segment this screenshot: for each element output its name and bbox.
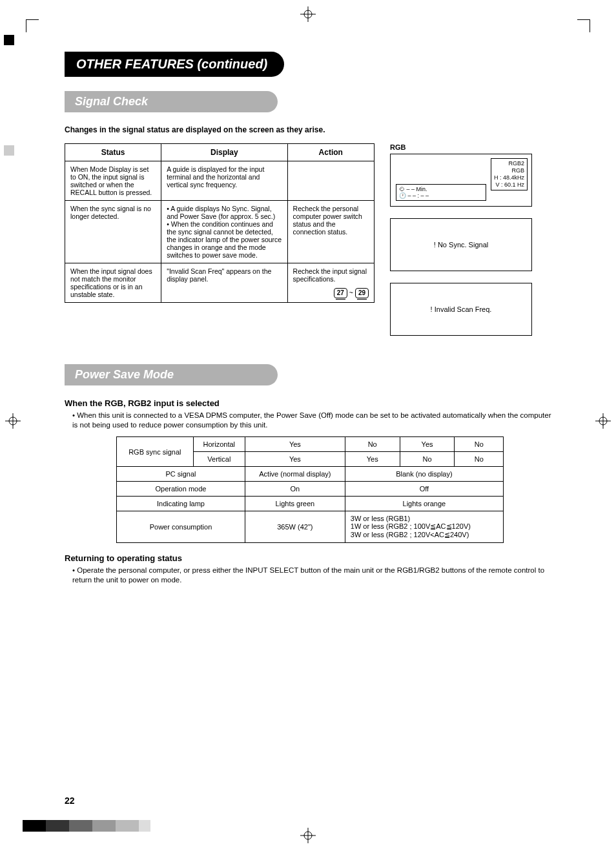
cell-line: 1W or less (RGB2 ; 100V≦AC≦120V) <box>351 522 498 531</box>
osd-line: V : 60.1 Hz <box>494 181 524 189</box>
osd-box-invalid-freq: ! Invalid Scan Freq. <box>390 283 532 336</box>
cell: PC signal <box>117 467 245 482</box>
tilde: ~ <box>349 289 353 296</box>
cell: Active (normal display) <box>245 467 345 482</box>
cell: Yes <box>245 452 345 467</box>
table-row: When the input signal does not match the… <box>65 263 375 303</box>
action-text: Recheck the input signal specifications. <box>293 267 367 283</box>
table-row: PC signal Active (normal display) Blank … <box>117 467 504 482</box>
table-row: Power consumption 365W (42") 3W or less … <box>117 511 504 543</box>
cell: Operation mode <box>117 482 245 497</box>
cell: Yes <box>345 452 400 467</box>
registration-mark-bottom <box>300 828 316 845</box>
cell: Horizontal <box>193 437 245 452</box>
registration-mark-top <box>300 6 316 23</box>
cell: Yes <box>400 437 455 452</box>
cell: Vertical <box>193 452 245 467</box>
cell-line: 3W or less (RGB2 ; 120V<AC≦240V) <box>351 531 498 539</box>
osd-clock-line: ⏲ – – Min. <box>399 186 483 192</box>
cell: 365W (42") <box>245 511 345 543</box>
osd-clock-box: ⏲ – – Min. 🕐 – – : – – <box>396 184 486 201</box>
osd-line: RGB <box>494 167 524 174</box>
th-display: Display <box>161 144 287 161</box>
th-action: Action <box>287 144 374 161</box>
osd-clock-line: 🕐 – – : – – <box>399 192 483 199</box>
color-control-strip <box>23 820 150 832</box>
cell: 3W or less (RGB1) 1W or less (RGB2 ; 100… <box>345 511 503 543</box>
cell: Off <box>345 482 503 497</box>
cell: Indicating lamp <box>117 497 245 511</box>
power-save-table: RGB sync signal Horizontal Yes No Yes No… <box>116 436 504 543</box>
osd-line: RGB2 <box>494 160 524 167</box>
osd-message: ! Invalid Scan Freq. <box>431 305 492 313</box>
cell: RGB sync signal <box>117 437 194 467</box>
cell-line: 3W or less (RGB1) <box>351 515 498 522</box>
trim-gray-square <box>4 145 14 156</box>
registration-mark-right <box>595 413 611 430</box>
osd-box-no-sync: ! No Sync. Signal <box>390 218 532 271</box>
cell: No <box>400 452 455 467</box>
signal-check-lead: Changes in the signal status are display… <box>65 125 555 134</box>
section-heading-signal-check: Signal Check <box>65 91 278 112</box>
signal-check-table: Status Display Action When Mode Display … <box>65 143 375 303</box>
crop-mark-top-left <box>26 19 39 32</box>
subsection-heading-returning: Returning to operating status <box>65 553 555 563</box>
page-ref: 29 <box>355 288 369 298</box>
osd-message: ! No Sync. Signal <box>434 241 488 249</box>
cell-display: "Invalid Scan Freq" appears on the displ… <box>161 263 287 303</box>
th-status: Status <box>65 144 161 161</box>
table-row: When Mode Display is set to ON, the inpu… <box>65 161 375 201</box>
osd-examples: RGB RGB2 RGB H : 48.4kHz V : 60.1 Hz ⏲ –… <box>390 143 539 347</box>
osd-label: RGB <box>390 143 539 151</box>
subsection-text: • Operate the personal computer, or pres… <box>72 566 555 585</box>
osd-box-signal-info: RGB2 RGB H : 48.4kHz V : 60.1 Hz ⏲ – – M… <box>390 154 532 207</box>
osd-info-tag: RGB2 RGB H : 48.4kHz V : 60.1 Hz <box>491 158 528 190</box>
cell-action: Recheck the input signal specifications.… <box>287 263 374 303</box>
trim-black-square <box>4 35 14 45</box>
cell-status: When the sync signal is no longer detect… <box>65 201 161 263</box>
subsection-heading-rgb-input: When the RGB, RGB2 input is selected <box>65 398 555 408</box>
cell: No <box>455 452 504 467</box>
cell: No <box>455 437 504 452</box>
table-row: Operation mode On Off <box>117 482 504 497</box>
cell: Lights orange <box>345 497 503 511</box>
section-heading-power-save: Power Save Mode <box>65 364 278 385</box>
cell: On <box>245 482 345 497</box>
page-ref: 27 <box>334 288 347 298</box>
table-row: RGB sync signal Horizontal Yes No Yes No <box>117 437 504 452</box>
cell: Power consumption <box>117 511 245 543</box>
cell-status: When Mode Display is set to ON, the inpu… <box>65 161 161 201</box>
cell-display: • A guide displays No Sync. Signal, and … <box>161 201 287 263</box>
table-header-row: Status Display Action <box>65 144 375 161</box>
crop-mark-top-right <box>577 19 590 32</box>
cell-display: A guide is displayed for the input termi… <box>161 161 287 201</box>
page-title: OTHER FEATURES (continued) <box>65 52 284 77</box>
table-row: Indicating lamp Lights green Lights oran… <box>117 497 504 511</box>
cell: Lights green <box>245 497 345 511</box>
cell: No <box>345 437 400 452</box>
registration-mark-left <box>5 413 21 430</box>
cell: Yes <box>245 437 345 452</box>
osd-line: H : 48.4kHz <box>494 174 524 181</box>
page-number: 22 <box>65 795 75 806</box>
page-content: OTHER FEATURES (continued) Signal Check … <box>65 52 555 585</box>
table-row: When the sync signal is no longer detect… <box>65 201 375 263</box>
cell-status: When the input signal does not match the… <box>65 263 161 303</box>
cell-action <box>287 161 374 201</box>
cell: Blank (no display) <box>345 467 503 482</box>
subsection-text: • When this unit is connected to a VESA … <box>72 411 555 430</box>
cell-action: Recheck the personal computer power swit… <box>287 201 374 263</box>
